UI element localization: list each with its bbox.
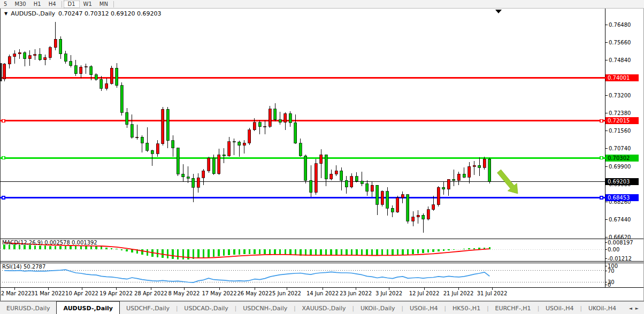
candle-body (269, 109, 271, 127)
candle-body (427, 210, 430, 219)
candle-body (376, 185, 379, 204)
date-axis-label: 31 Jul 2022 (477, 290, 508, 296)
candle-body (70, 62, 72, 66)
chart-ohlc-values: 0.70247 0.70312 0.69120 0.69203 (58, 10, 161, 17)
candle-body (156, 144, 159, 154)
line-endpoint-marker[interactable] (2, 196, 5, 199)
candle-body (146, 143, 149, 150)
date-axis-label: 28 Apr 2022 (134, 290, 167, 296)
chart-dropdown-icon: ▼ (4, 11, 7, 16)
price-axis-label: 0.69900 (609, 164, 631, 170)
candle-body (407, 195, 409, 221)
candle-body (212, 158, 215, 174)
candle-body (197, 178, 200, 187)
candle-body (310, 180, 312, 192)
candle-body (391, 208, 394, 212)
candle-body (116, 68, 118, 85)
candle-body (258, 122, 261, 127)
candle-body (330, 174, 333, 179)
candle-body (24, 52, 26, 58)
line-endpoint-marker[interactable] (600, 196, 603, 199)
tab-usdchf-daily[interactable]: USDCHF-,Daily (120, 302, 176, 314)
candle-body (335, 171, 338, 174)
candle-body (442, 187, 445, 189)
candle-body (417, 215, 419, 217)
candle-body (432, 205, 435, 210)
candle-body (320, 155, 323, 164)
tab-ukoil-daily[interactable]: UKOil-,Daily (354, 302, 402, 314)
tab-eurusd-daily[interactable]: EURUSD-,Daily (0, 302, 56, 314)
candle-body (412, 217, 415, 221)
tab-usoil-h4[interactable]: USOil-,H4 (403, 302, 444, 314)
candle-body (131, 125, 133, 137)
candle-body (350, 177, 353, 187)
candle-body (3, 64, 6, 79)
candle-body (371, 185, 373, 191)
candle-body (44, 58, 47, 60)
chart-shift-marker (495, 10, 502, 13)
candle-body (361, 181, 363, 184)
price-axis-label: 0.67440 (609, 217, 631, 223)
date-axis-label: 17 May 2022 (202, 290, 236, 296)
candle-body (166, 109, 169, 140)
line-endpoint-marker[interactable] (600, 157, 603, 159)
candle-body (8, 57, 11, 64)
candle-body (136, 137, 139, 137)
tab-hk50-h1[interactable]: HK50-,H1 (446, 302, 487, 314)
candle-body (34, 55, 36, 56)
candle-body (218, 155, 220, 173)
date-axis-label: 31 Mar 2022 (31, 290, 65, 296)
line-endpoint-marker[interactable] (2, 119, 5, 122)
tab-audusd-daily[interactable]: AUDUSD-,Daily (56, 301, 119, 314)
tab-scroll-left-icon[interactable]: ◄ (629, 306, 632, 311)
price-axis-label: 0.76480 (609, 22, 631, 28)
price-badge-text: 0.70302 (608, 155, 630, 161)
candle-body (192, 178, 195, 187)
price-badge-text: 0.68453 (608, 195, 630, 201)
tab-usdcad-daily[interactable]: USDCAD-,Daily (178, 302, 234, 314)
chart-symbol-label: AUDUSD-,Daily (11, 10, 55, 17)
rsi-line (4, 270, 489, 282)
candle-body (299, 143, 302, 156)
candle-body (177, 148, 179, 174)
candle-body (95, 75, 97, 79)
candle-body (294, 122, 297, 143)
date-axis-label: 8 May 2022 (168, 290, 200, 296)
tab-usoil-h4[interactable]: USOil-,H4 (539, 302, 580, 314)
candle-body (182, 174, 185, 177)
rsi-axis-label: 0 (608, 282, 611, 288)
candle-body (238, 142, 241, 145)
candle-body (473, 165, 476, 166)
candle-body (172, 141, 174, 148)
candle-body (315, 164, 317, 193)
candle-body (447, 179, 450, 189)
tab-usdcnh-daily[interactable]: USDCNH-,Daily (236, 302, 294, 314)
candle-body (49, 48, 51, 58)
candle-body (366, 183, 369, 191)
tab-eurchf-h1[interactable]: EURCHF-,H1 (489, 302, 538, 314)
tab-scroll-right-icon[interactable]: ► (635, 306, 639, 311)
candle-body (85, 66, 87, 67)
tab-xauusd-daily[interactable]: XAUUSD-,Daily (296, 302, 352, 314)
candle-body (90, 66, 93, 75)
rsi-label: RSI(14) 50.2787 (2, 264, 45, 270)
date-axis-label: 14 Jun 2022 (306, 290, 339, 296)
price-badge-text: 0.74001 (608, 75, 630, 81)
line-endpoint-marker[interactable] (600, 119, 603, 122)
candle-body (355, 177, 358, 181)
candle-body (120, 86, 123, 113)
candle-body (284, 113, 287, 122)
date-axis-label: 10 Apr 2022 (65, 290, 98, 296)
candle-body (437, 187, 440, 204)
tab-ukoil-h4[interactable]: UKOil-,H4 (582, 302, 623, 314)
line-endpoint-marker[interactable] (2, 157, 5, 159)
macd-axis-label: 0.00 (608, 247, 619, 252)
candle-body (39, 55, 41, 60)
candle-body (110, 68, 113, 83)
date-axis-label: 23 Jun 2022 (340, 290, 372, 296)
candle-body (126, 112, 128, 124)
chart-canvas[interactable]: 0.764800.756600.748400.732000.723800.715… (0, 0, 644, 314)
candle-body (457, 174, 460, 180)
candle-body (340, 171, 343, 180)
candle-body (253, 122, 256, 130)
